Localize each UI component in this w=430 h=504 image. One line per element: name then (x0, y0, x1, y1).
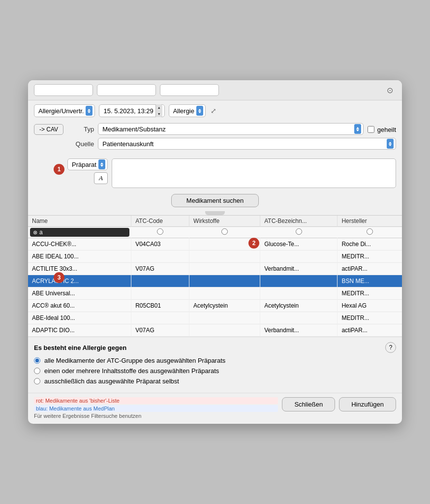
allergy-title: Es besteht eine Allergie gegen (34, 344, 126, 351)
search-button[interactable]: Medikament suchen (171, 194, 259, 207)
table-cell (189, 263, 260, 275)
step-badge-1: 1 (54, 164, 64, 175)
toolbar-search-input3[interactable] (160, 84, 219, 96)
table-cell: ABE Universal... (28, 287, 131, 300)
step-badge-2: 2 (248, 238, 259, 249)
table-cell (260, 287, 338, 300)
category-row: Allergie/Unvertr. 15. 5.2023, 13:29 ▲ ▼ … (28, 100, 402, 121)
typ-arrow-icon[interactable] (354, 124, 361, 134)
toolbar-search-input2[interactable] (97, 84, 156, 96)
allergy-option-1: alle Medikamente der ATC-Gruppe des ausg… (34, 357, 396, 364)
praeparat-text-area[interactable] (112, 158, 396, 188)
font-button[interactable]: A (94, 172, 108, 184)
table-cell: MEDITR... (338, 287, 402, 300)
table-cell: MEDITR... (338, 251, 402, 263)
table-cell: ACRYLASTIC 2... (28, 275, 131, 287)
footer-buttons: Schließen Hinzufügen (282, 397, 396, 411)
table-cell: ABE IDEAL 100... (28, 251, 131, 263)
col-name: Name (28, 216, 131, 227)
date-input[interactable]: 15. 5.2023, 13:29 ▲ ▼ (99, 104, 164, 117)
allergy-radio-2[interactable] (34, 368, 40, 374)
section-divider (28, 211, 402, 215)
geheilt-row: geheilt (368, 126, 396, 133)
typ-row: Typ Medikament/Substanz geheilt (69, 123, 396, 135)
table-row[interactable]: ABE IDEAL 100...MEDITR... (28, 251, 402, 263)
allergy-options: alle Medikamente der ATC-Gruppe des ausg… (34, 357, 396, 385)
search-wirk-radio[interactable] (221, 228, 228, 235)
typ-label: Typ (69, 126, 94, 133)
table-row[interactable]: ACC® akut 60...R05CB01AcetylcysteinAcety… (28, 300, 402, 312)
date-down-button[interactable]: ▼ (156, 111, 162, 117)
table-search-cell[interactable]: ⊗ (30, 228, 129, 237)
table-cell (131, 287, 189, 300)
table-cell (131, 312, 189, 324)
table-cell: V07AG (131, 263, 189, 275)
toolbar-search-input[interactable] (34, 84, 93, 96)
table-cell: ACTILITE 30x3... (28, 263, 131, 275)
cav-button[interactable]: -> CAV (34, 124, 63, 135)
more-options-button[interactable]: ⊙ (384, 85, 396, 96)
table-row[interactable]: ADAPTIC DIO...V07AGVerbandmit...actiPAR.… (28, 324, 402, 337)
praeparat-label: Präparat (72, 161, 96, 168)
search-btn-row: Medikament suchen (28, 192, 402, 211)
table-row[interactable]: ABE-Ideal 100...MEDITR... (28, 312, 402, 324)
date-stepper[interactable]: ▲ ▼ (155, 104, 162, 117)
allergy-radio-1[interactable] (34, 357, 40, 364)
date-up-button[interactable]: ▲ (156, 104, 162, 111)
search-atcbez-radio[interactable] (296, 228, 302, 235)
search-hersteller-radio[interactable] (367, 228, 373, 235)
expand-button[interactable]: ⤢ (210, 106, 217, 116)
clear-search-icon[interactable]: ⊗ (33, 229, 37, 236)
table-cell: ACC® akut 60... (28, 300, 131, 312)
legend-area: rot: Medikamente aus 'bisher'-Liste blau… (34, 397, 278, 419)
type-arrow-icon[interactable] (196, 106, 203, 116)
geheilt-checkbox[interactable] (368, 126, 374, 133)
quelle-select[interactable]: Patientenauskunft (98, 138, 396, 150)
step-badge-3: 3 (54, 272, 64, 283)
table-cell: Hexal AG (338, 300, 402, 312)
table-cell: Acetylcystein (260, 300, 338, 312)
typ-value: Medikament/Substanz (102, 126, 352, 133)
allergy-section: Es besteht eine Allergie gegen ? alle Me… (28, 337, 402, 393)
table-cell (189, 275, 260, 287)
add-button[interactable]: Hinzufügen (339, 397, 396, 411)
results-section: Name ATC-Code Wirkstoffe ATC-Bezeichn...… (28, 215, 402, 337)
table-cell: R05CB01 (131, 300, 189, 312)
table-cell: ABE-Ideal 100... (28, 312, 131, 324)
table-cell (131, 251, 189, 263)
typ-select[interactable]: Medikament/Substanz (98, 123, 364, 135)
praeparat-arrow-icon[interactable] (98, 159, 105, 169)
table-cell: Roche Di... (338, 238, 402, 251)
table-row[interactable]: ACRYLASTIC 2...BSN ME... (28, 275, 402, 287)
category-arrow-icon[interactable] (86, 106, 92, 116)
table-row[interactable]: ACTILITE 30x3...V07AGVerbandmit...actiPA… (28, 263, 402, 275)
form-fields: Typ Medikament/Substanz geheilt Quelle P… (69, 123, 396, 153)
close-button[interactable]: Schließen (282, 397, 335, 411)
table-row[interactable]: ACCU-CHEK®...V04CA03Glucose-Te...Roche D… (28, 238, 402, 251)
results-table: Name ATC-Code Wirkstoffe ATC-Bezeichn...… (28, 216, 402, 337)
col-hersteller: Hersteller (338, 216, 402, 227)
quelle-label: Quelle (69, 140, 94, 148)
quelle-arrow-icon[interactable] (387, 139, 394, 149)
type-value: Allergie (173, 107, 194, 115)
praeparat-controls: Präparat A (67, 158, 108, 184)
table-cell (189, 324, 260, 337)
table-cell: actiPAR... (338, 263, 402, 275)
table-search-row: ⊗ (28, 227, 402, 238)
table-row[interactable]: ABE Universal...MEDITR... (28, 287, 402, 300)
search-atc-radio[interactable] (157, 228, 163, 235)
allergy-option-label-2: einen oder mehrere Inhaltsstoffe des aus… (44, 367, 219, 375)
help-button[interactable]: ? (385, 342, 396, 353)
category-select-control[interactable]: Allergie/Unvertr. (34, 104, 95, 117)
type-select-control[interactable]: Allergie (169, 104, 206, 117)
praeparat-select[interactable]: Präparat (67, 158, 108, 170)
col-atc: ATC-Code (131, 216, 189, 227)
results-scroll-area[interactable]: Name ATC-Code Wirkstoffe ATC-Bezeichn...… (28, 216, 402, 337)
category-value: Allergie/Unvertr. (38, 107, 84, 115)
table-cell (189, 312, 260, 324)
allergy-radio-3[interactable] (34, 378, 40, 384)
table-cell (260, 312, 338, 324)
table-search-input[interactable] (39, 229, 79, 236)
table-cell: actiPAR... (338, 324, 402, 337)
table-cell: MEDITR... (338, 312, 402, 324)
